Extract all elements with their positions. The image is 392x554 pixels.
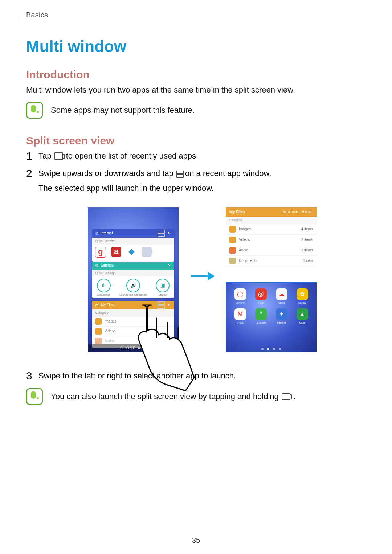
- close-icon: ✕: [168, 231, 171, 236]
- category-meta: 3 items: [301, 248, 313, 253]
- recent-card-internet: ◎ Internet ✕ Quick access g a: [92, 229, 174, 262]
- category-icon: [229, 226, 236, 233]
- app-icon: ✦: [276, 308, 287, 320]
- category-meta: 1 item: [303, 258, 313, 263]
- app-shortcut: ✦Internet: [273, 308, 290, 325]
- app-label: Internet: [277, 321, 286, 325]
- step-2-text-c: The selected app will launch in the uppe…: [38, 183, 366, 194]
- files-row-1: Videos: [105, 329, 115, 334]
- app-icon: ◯: [234, 288, 246, 300]
- svg-marker-1: [208, 272, 215, 280]
- step-1-text-b: to open the list of recently used apps.: [66, 151, 198, 160]
- page-title: Multi window: [26, 37, 366, 56]
- upper-app-title: My Files: [229, 209, 245, 215]
- figure-right-phone: My Files SEARCH MORE Category Images4 it…: [226, 207, 317, 352]
- files-row-2: Audio: [105, 338, 114, 344]
- files-row-0: Images: [105, 319, 117, 324]
- app-label: Gmail: [237, 321, 243, 325]
- note-text: Some apps may not support this feature.: [51, 106, 195, 115]
- settings-item-2: Display: [159, 293, 167, 297]
- arrow-icon: [189, 269, 215, 283]
- globe-icon: ◎: [95, 231, 98, 236]
- display-icon: ▣: [156, 279, 170, 292]
- app-icon: ❝: [255, 308, 267, 320]
- note-row: Some apps may not support this feature.: [26, 102, 366, 119]
- recent-internet-sub: Quick access: [92, 238, 174, 245]
- file-category-row: Documents1 item: [226, 256, 317, 266]
- category-label: Videos: [239, 237, 250, 242]
- recent-internet-title: Internet: [101, 231, 113, 236]
- step-2: Swipe upwards or downwards and tap on a …: [26, 168, 366, 352]
- category-label: Category: [226, 217, 317, 224]
- app-shortcut: @Email: [252, 288, 269, 305]
- page-indicator: [226, 346, 317, 352]
- intro-heading: Introduction: [26, 69, 366, 81]
- file-category-row: Audio3 items: [226, 245, 317, 256]
- step-1-text-a: Tap: [38, 151, 54, 160]
- lower-window: ◯Chrome@Email☁Clock✿GalleryMGmail❝Hangou…: [226, 283, 317, 352]
- split-view-icon: [158, 230, 163, 236]
- step-3: Swipe to the left or right to select ano…: [26, 370, 366, 382]
- recent-apps-icon: [54, 152, 63, 160]
- app-label: Email: [258, 301, 264, 305]
- margin-rule: [20, 0, 20, 20]
- category-meta: 2 items: [301, 237, 313, 242]
- split-heading: Split screen view: [26, 135, 366, 147]
- app-icon: ▲: [297, 308, 308, 320]
- settings-item-0: Data usage: [97, 293, 110, 297]
- app-label: Clock: [278, 301, 285, 305]
- app-icon: ✿: [297, 288, 308, 300]
- bookmark-icon: g: [95, 247, 106, 258]
- app-icon: M: [234, 308, 246, 320]
- search-link: SEARCH: [283, 210, 299, 214]
- app-label: Hangouts: [256, 321, 266, 325]
- split-view-icon: [176, 171, 182, 177]
- signal-icon: ılı: [97, 279, 111, 292]
- bookmark-icon: ◆: [126, 247, 136, 257]
- app-icon: @: [255, 288, 267, 300]
- bookmark-icon: [142, 247, 152, 257]
- note-text-2: You can also launch the split screen vie…: [51, 392, 295, 401]
- note-icon: [26, 102, 43, 119]
- steps-list: Tap to open the list of recently used ap…: [26, 151, 366, 382]
- more-link: MORE: [302, 210, 313, 214]
- recent-card-settings: ⚙ Settings ✕ Quick settings ılıData usag…: [92, 262, 174, 298]
- app-shortcut: ◯Chrome: [232, 288, 249, 305]
- app-shortcut: ▲Maps: [294, 308, 311, 325]
- sound-icon: 🔊: [126, 279, 140, 292]
- app-label: Chrome: [236, 301, 245, 305]
- bookmark-icon: a: [111, 247, 121, 257]
- category-label: Images: [239, 227, 251, 232]
- figure-left-phone: ◎ Internet ✕ Quick access g a: [88, 207, 179, 352]
- step-3-text: Swipe to the left or right to select ano…: [38, 371, 236, 380]
- upper-window: My Files SEARCH MORE Category Images4 it…: [226, 207, 317, 283]
- category-label: Documents: [239, 258, 257, 263]
- instruction-figure: ◎ Internet ✕ Quick access g a: [38, 207, 366, 352]
- image-icon: [95, 318, 102, 325]
- step-1: Tap to open the list of recently used ap…: [26, 151, 366, 162]
- intro-text: Multi window lets you run two apps at th…: [26, 85, 366, 95]
- recent-files-title: My Files: [101, 303, 114, 308]
- note-icon: [26, 388, 43, 405]
- audio-icon: [95, 338, 102, 344]
- note2-a: You can also launch the split screen vie…: [51, 392, 281, 401]
- file-category-row: Images4 items: [226, 224, 317, 235]
- app-shortcut: MGmail: [232, 308, 249, 325]
- note2-b: .: [293, 392, 295, 401]
- section-header: Basics: [26, 11, 366, 19]
- app-icon: ☁: [276, 288, 287, 300]
- category-icon: [229, 237, 236, 243]
- settings-item-1: Sounds and notifications: [119, 293, 147, 297]
- recent-settings-sub: Quick settings: [92, 270, 174, 276]
- folder-icon: 🗀: [95, 303, 99, 308]
- category-label: Audio: [239, 248, 248, 253]
- file-category-row: Videos2 items: [226, 235, 317, 245]
- app-shortcut: ☁Clock: [273, 288, 290, 305]
- app-label: Maps: [299, 321, 305, 325]
- app-label: Gallery: [298, 301, 306, 305]
- recent-apps-icon: [282, 393, 290, 400]
- page-number: 35: [0, 536, 392, 545]
- app-shortcut: ✿Gallery: [294, 288, 311, 305]
- recent-settings-title: Settings: [101, 263, 114, 268]
- close-icon: ✕: [168, 263, 171, 268]
